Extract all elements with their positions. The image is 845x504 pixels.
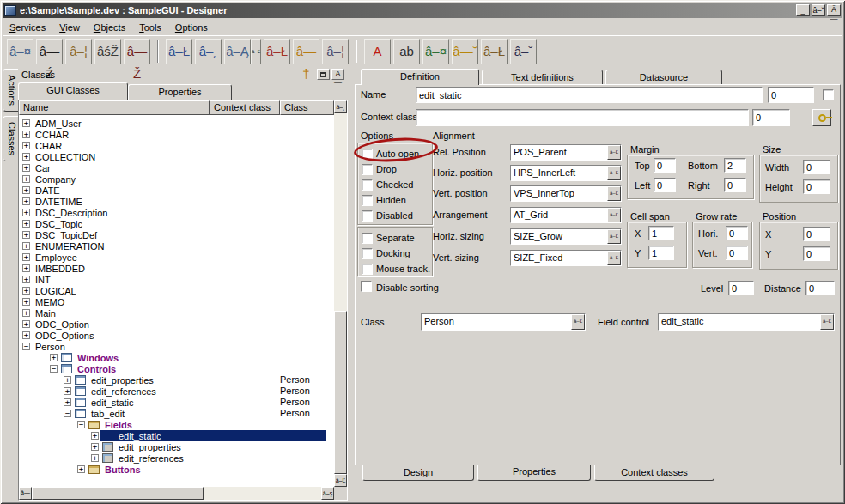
tree-row[interactable]: +INT: [19, 274, 334, 285]
tree-expand-toggle[interactable]: +: [22, 320, 30, 328]
tree-expand-toggle[interactable]: +: [22, 119, 30, 127]
object-button[interactable]: â—Ź: [36, 39, 63, 64]
dropdown-arrow-icon[interactable]: â–Ľ: [607, 145, 621, 160]
tree-vertical-scrollbar[interactable]: â–˛ â–Ľ: [334, 100, 347, 487]
font-button[interactable]: A: [364, 39, 391, 64]
tree-expand-toggle[interactable]: +: [22, 253, 30, 261]
tree-row[interactable]: +DSC_Topic: [19, 218, 334, 229]
tree-expand-toggle[interactable]: +: [22, 309, 30, 317]
text-button[interactable]: ab: [393, 39, 420, 64]
distance-input[interactable]: [805, 281, 835, 295]
tree-expand-toggle[interactable]: +: [22, 220, 30, 228]
tree-expand-toggle[interactable]: −: [50, 365, 58, 373]
scroll-left-button[interactable]: â—„: [19, 487, 32, 500]
tree-expand-toggle[interactable]: −: [77, 421, 85, 428]
target-button[interactable]: â—Ž: [124, 39, 150, 64]
rel-position-dropdown[interactable]: POS_Parentâ–Ľ: [510, 144, 622, 161]
tree-row[interactable]: +edit_static: [19, 430, 334, 441]
window-button[interactable]: â–ˇ: [510, 39, 537, 64]
vert-sizing-dropdown[interactable]: SIZE_Fixedâ–Ľ: [510, 250, 622, 266]
horiz-position-dropdown[interactable]: HPS_InnerLeftâ–Ľ: [510, 165, 622, 181]
tab-properties[interactable]: Properties: [128, 84, 232, 100]
dropdown-arrow-icon[interactable]: â–Ľ: [607, 208, 621, 222]
close-button[interactable]: Ă—: [827, 4, 841, 16]
tree-expand-toggle[interactable]: +: [91, 454, 99, 462]
edit-button[interactable]: âśŽ: [94, 39, 121, 64]
tree-expand-toggle[interactable]: +: [22, 231, 30, 239]
dropdown-arrow-icon[interactable]: â–Ľ: [820, 314, 834, 330]
vertical-scrollbar-thumb[interactable]: [334, 311, 347, 474]
tree-expand-toggle[interactable]: +: [22, 131, 30, 138]
brush-button[interactable]: â—˘: [452, 39, 478, 64]
arrangement-dropdown[interactable]: AT_Gridâ–Ľ: [510, 207, 622, 223]
tab-datasource[interactable]: Datasource: [605, 70, 722, 85]
margin-right-input[interactable]: [724, 178, 746, 192]
size-width-input[interactable]: [803, 160, 830, 174]
combo-dropdown-button[interactable]: â–Ľ: [251, 39, 261, 64]
tree-row[interactable]: +ODC_Option: [19, 319, 334, 330]
tree-row[interactable]: +MEMO: [19, 296, 334, 307]
size-height-input[interactable]: [803, 179, 830, 194]
panel-close-button[interactable]: Ă—: [331, 69, 344, 80]
menu-item-tools[interactable]: Tools: [132, 21, 168, 34]
tab-properties-bottom[interactable]: Properties: [477, 465, 591, 481]
tree-expand-toggle[interactable]: +: [22, 287, 30, 295]
dropdown-arrow-icon[interactable]: â–Ľ: [607, 166, 621, 180]
grow-rate-horizontal-input[interactable]: [726, 226, 748, 240]
tree-expand-toggle[interactable]: +: [50, 354, 58, 361]
tree-row[interactable]: +COLLECTION: [19, 151, 334, 162]
tree-row[interactable]: +DATETIME: [19, 196, 334, 207]
tree-row[interactable]: +ENUMERATION: [19, 240, 334, 252]
tree-row[interactable]: +DSC_Description: [19, 207, 334, 218]
column-header-context-class[interactable]: Context class: [210, 100, 280, 115]
horiz-sizing-dropdown[interactable]: SIZE_Growâ–Ľ: [510, 228, 622, 245]
field-control-dropdown[interactable]: edit_static â–Ľ: [658, 313, 835, 331]
side-tab-actions[interactable]: Actions: [3, 69, 18, 112]
scroll-down-button[interactable]: â–Ľ: [334, 474, 347, 487]
context-class-input[interactable]: [416, 109, 749, 126]
mouse-track-checkbox[interactable]: [362, 264, 373, 275]
tree-expand-toggle[interactable]: −: [22, 343, 30, 350]
tree-row[interactable]: +LOGICAL: [19, 285, 334, 296]
name-number-input[interactable]: [768, 87, 814, 103]
tree-row[interactable]: −Controls: [19, 363, 334, 374]
dropdown-arrow-icon[interactable]: â–Ľ: [571, 314, 585, 330]
tree-row[interactable]: +edit_properties: [19, 441, 334, 452]
class-dropdown[interactable]: Person â–Ľ: [421, 313, 586, 331]
tree-expand-toggle[interactable]: +: [77, 465, 85, 473]
tree-horizontal-scrollbar[interactable]: â—„ â–ş: [19, 487, 334, 500]
tree-row[interactable]: +CHAR: [19, 140, 334, 151]
titlebar[interactable]: e:\Sample\Sample.dev : SampleGUI - Desig…: [3, 3, 842, 18]
name-input[interactable]: [416, 87, 763, 103]
tree-expand-toggle[interactable]: +: [22, 298, 30, 306]
tab-design[interactable]: Design: [362, 465, 474, 481]
tree-row[interactable]: +Employee: [19, 252, 334, 263]
tree-expand-toggle[interactable]: +: [22, 142, 30, 149]
tree-expand-toggle[interactable]: +: [91, 443, 99, 451]
scroll-up-button[interactable]: â–˛: [334, 100, 347, 113]
menu-item-options[interactable]: Options: [168, 21, 215, 34]
tree-row[interactable]: +edit_staticPerson: [19, 397, 334, 408]
tree-row[interactable]: +ODC_Options: [19, 330, 334, 341]
checked-checkbox[interactable]: [362, 179, 373, 191]
margin-left-input[interactable]: [654, 178, 676, 192]
tree-expand-toggle[interactable]: +: [22, 175, 30, 183]
column-header-class[interactable]: Class: [280, 100, 334, 115]
dropdown-arrow-icon[interactable]: â–Ľ: [607, 229, 621, 244]
tree-expand-toggle[interactable]: +: [22, 197, 30, 205]
hidden-checkbox[interactable]: [362, 195, 373, 206]
library-button[interactable]: â–Ł: [481, 39, 508, 64]
tree-row[interactable]: +Company: [19, 173, 334, 185]
tab-text-definitions[interactable]: Text definitions: [482, 70, 603, 85]
tree-expand-toggle[interactable]: +: [64, 398, 71, 406]
margin-bottom-input[interactable]: [724, 158, 746, 173]
cell-span-y-input[interactable]: [648, 246, 674, 260]
tree-row[interactable]: +IMBEDDED: [19, 263, 334, 274]
position-x-input[interactable]: [803, 227, 830, 241]
tree-expand-toggle[interactable]: +: [64, 376, 71, 384]
data-table-button[interactable]: â–¦: [65, 39, 92, 64]
disable-sorting-checkbox[interactable]: [361, 281, 372, 292]
context-class-number-input[interactable]: [752, 109, 790, 126]
auto-open-checkbox[interactable]: [362, 149, 373, 160]
tree-row[interactable]: +CCHAR: [19, 129, 334, 140]
